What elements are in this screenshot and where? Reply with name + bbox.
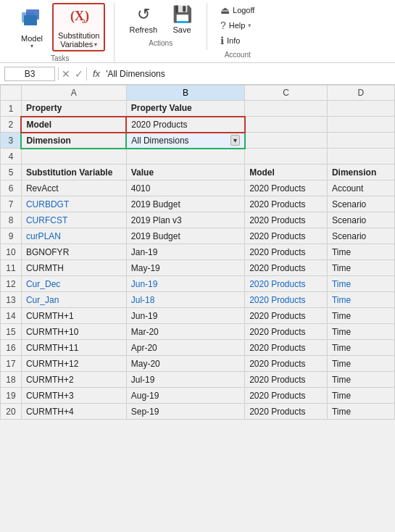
model-button[interactable]: Model ▾ <box>14 4 49 51</box>
row-header-13[interactable]: 13 <box>1 292 22 308</box>
cell-C13[interactable]: 2020 Products <box>245 292 328 308</box>
cell-B10[interactable]: Jan-19 <box>126 244 244 260</box>
cell-D14[interactable]: Time <box>327 308 394 324</box>
substitution-variables-button[interactable]: (X a ) Substitution Variables ▾ <box>52 3 105 51</box>
cell-C5[interactable]: Model <box>245 165 328 180</box>
cell-A3[interactable]: Dimension <box>21 133 126 149</box>
cell-D11[interactable]: Time <box>327 260 394 276</box>
cell-C2[interactable] <box>245 117 328 133</box>
cell-B17[interactable]: May-20 <box>126 356 244 372</box>
cell-D1[interactable] <box>327 101 394 117</box>
cell-B14[interactable]: Jun-19 <box>126 308 244 324</box>
cell-A9[interactable]: curPLAN <box>21 228 126 244</box>
cell-D17[interactable]: Time <box>327 356 394 372</box>
cell-A10[interactable]: BGNOFYR <box>21 244 126 260</box>
cell-D13[interactable]: Time <box>327 292 394 308</box>
cell-D4[interactable] <box>327 149 394 165</box>
cell-B7[interactable]: 2019 Budget <box>126 196 244 212</box>
cell-A18[interactable]: CURMTH+2 <box>21 372 126 388</box>
cell-B11[interactable]: May-19 <box>126 260 244 276</box>
cell-A7[interactable]: CURBDGT <box>21 196 126 212</box>
cell-B1[interactable]: Property Value <box>126 101 244 117</box>
cell-D12[interactable]: Time <box>327 276 394 292</box>
cell-C19[interactable]: 2020 Products <box>245 388 328 404</box>
cell-D15[interactable]: Time <box>327 324 394 340</box>
logoff-button[interactable]: ⏏ Logoff <box>216 3 259 17</box>
row-header-6[interactable]: 6 <box>1 180 22 196</box>
cell-C17[interactable]: 2020 Products <box>245 356 328 372</box>
row-header-20[interactable]: 20 <box>1 404 22 420</box>
cell-A4[interactable] <box>21 149 126 165</box>
row-header-10[interactable]: 10 <box>1 244 22 260</box>
cell-C11[interactable]: 2020 Products <box>245 260 328 276</box>
cell-B12[interactable]: Jun-19 <box>126 276 244 292</box>
row-header-17[interactable]: 17 <box>1 356 22 372</box>
cell-C12[interactable]: 2020 Products <box>245 276 328 292</box>
cell-C9[interactable]: 2020 Products <box>245 228 328 244</box>
cell-C6[interactable]: 2020 Products <box>245 180 328 196</box>
cell-D2[interactable] <box>327 117 394 133</box>
col-header-c[interactable]: C <box>245 86 328 101</box>
cell-B2[interactable]: 2020 Products <box>126 117 244 133</box>
row-header-8[interactable]: 8 <box>1 212 22 228</box>
cell-D18[interactable]: Time <box>327 372 394 388</box>
cell-A20[interactable]: CURMTH+4 <box>21 404 126 420</box>
row-header-2[interactable]: 2 <box>1 117 22 133</box>
cancel-formula-icon[interactable]: ✕ <box>62 68 70 80</box>
cell-A8[interactable]: CURFCST <box>21 212 126 228</box>
cell-D20[interactable]: Time <box>327 404 394 420</box>
cell-B13[interactable]: Jul-18 <box>126 292 244 308</box>
row-header-1[interactable]: 1 <box>1 101 22 117</box>
cell-D9[interactable]: Scenario <box>327 228 394 244</box>
cell-A5[interactable]: Substitution Variable <box>21 165 126 180</box>
dimension-dropdown-button[interactable]: ▾ <box>230 135 240 146</box>
row-header-19[interactable]: 19 <box>1 388 22 404</box>
cell-B9[interactable]: 2019 Budget <box>126 228 244 244</box>
info-button[interactable]: ℹ Info <box>216 33 259 48</box>
cell-B8[interactable]: 2019 Plan v3 <box>126 212 244 228</box>
cell-D7[interactable]: Scenario <box>327 196 394 212</box>
row-header-15[interactable]: 15 <box>1 324 22 340</box>
col-header-b[interactable]: B <box>126 86 244 101</box>
cell-A16[interactable]: CURMTH+11 <box>21 340 126 356</box>
col-header-a[interactable]: A <box>21 86 126 101</box>
cell-B6[interactable]: 4010 <box>126 180 244 196</box>
cell-A12[interactable]: Cur_Dec <box>21 276 126 292</box>
row-header-16[interactable]: 16 <box>1 340 22 356</box>
cell-A1[interactable]: Property <box>21 101 126 117</box>
cell-reference-box[interactable]: B3 <box>4 67 55 81</box>
confirm-formula-icon[interactable]: ✓ <box>75 68 83 80</box>
cell-A15[interactable]: CURMTH+10 <box>21 324 126 340</box>
row-header-3[interactable]: 3 <box>1 133 22 149</box>
row-header-4[interactable]: 4 <box>1 149 22 165</box>
cell-A13[interactable]: Cur_Jan <box>21 292 126 308</box>
cell-C1[interactable] <box>245 101 328 117</box>
refresh-button[interactable]: ↺ Refresh <box>123 3 163 36</box>
cell-B19[interactable]: Aug-19 <box>126 388 244 404</box>
cell-D3[interactable] <box>327 133 394 149</box>
save-button[interactable]: 💾 Save <box>166 3 198 36</box>
help-button[interactable]: ? Help ▾ <box>216 18 259 33</box>
cell-A19[interactable]: CURMTH+3 <box>21 388 126 404</box>
cell-C18[interactable]: 2020 Products <box>245 372 328 388</box>
cell-B20[interactable]: Sep-19 <box>126 404 244 420</box>
cell-B16[interactable]: Apr-20 <box>126 340 244 356</box>
cell-C14[interactable]: 2020 Products <box>245 308 328 324</box>
cell-A17[interactable]: CURMTH+12 <box>21 356 126 372</box>
cell-D10[interactable]: Time <box>327 244 394 260</box>
cell-B5[interactable]: Value <box>126 165 244 180</box>
cell-C8[interactable]: 2020 Products <box>245 212 328 228</box>
cell-A14[interactable]: CURMTH+1 <box>21 308 126 324</box>
cell-B18[interactable]: Jul-19 <box>126 372 244 388</box>
cell-B3[interactable]: All Dimensions▾ <box>126 133 244 149</box>
cell-C16[interactable]: 2020 Products <box>245 340 328 356</box>
row-header-7[interactable]: 7 <box>1 196 22 212</box>
row-header-5[interactable]: 5 <box>1 165 22 180</box>
cell-A2[interactable]: Model <box>21 117 126 133</box>
cell-A6[interactable]: RevAcct <box>21 180 126 196</box>
cell-C20[interactable]: 2020 Products <box>245 404 328 420</box>
cell-C15[interactable]: 2020 Products <box>245 324 328 340</box>
cell-A11[interactable]: CURMTH <box>21 260 126 276</box>
cell-D8[interactable]: Scenario <box>327 212 394 228</box>
row-header-18[interactable]: 18 <box>1 372 22 388</box>
